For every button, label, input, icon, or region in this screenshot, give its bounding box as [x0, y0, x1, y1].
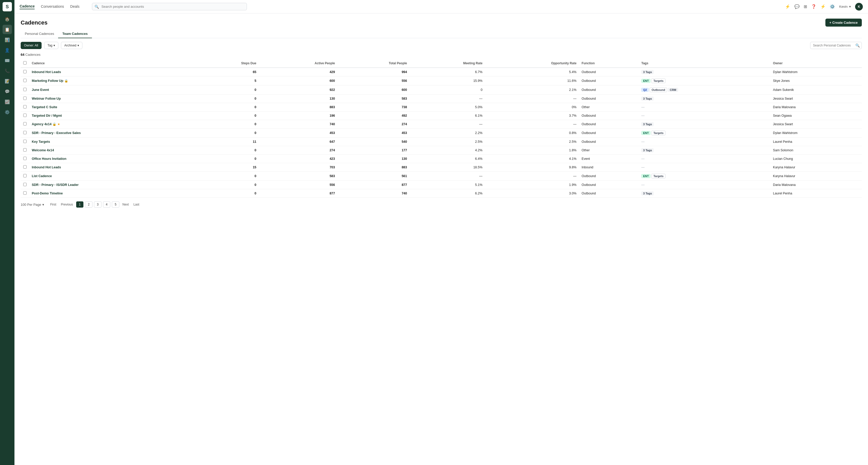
- cadence-name[interactable]: Inbound Hot Leads: [32, 165, 61, 169]
- meeting-rate-cell: 6.7%: [410, 68, 485, 76]
- tags-cell: ENTTargets: [639, 172, 770, 181]
- cadence-name[interactable]: June Event: [32, 88, 49, 92]
- meeting-rate-cell: 2.2%: [410, 129, 485, 137]
- steps-due-cell: 11: [196, 137, 259, 146]
- sidebar-icon-settings[interactable]: ⚙️: [3, 107, 12, 117]
- opportunity-rate-cell: 4.1%: [485, 155, 579, 163]
- sidebar-icon-mail[interactable]: ✉️: [3, 56, 12, 65]
- sidebar: S 🏠 📋 📊 👤 ✉️ 📞 📝 💬 📈 ⚙️: [0, 0, 14, 465]
- cadence-name[interactable]: Key Targets: [32, 140, 50, 144]
- nav-deals[interactable]: Deals: [70, 4, 80, 9]
- tag-chevron-icon: ▾: [54, 43, 55, 47]
- row-checkbox-9[interactable]: [23, 148, 27, 152]
- page-3-button[interactable]: 3: [94, 202, 101, 208]
- row-checkbox-4[interactable]: [23, 105, 27, 108]
- first-page-link[interactable]: First: [49, 202, 58, 207]
- nav-cadence[interactable]: Cadence: [20, 4, 35, 9]
- tab-personal-cadences[interactable]: Personal Cadences: [21, 30, 58, 38]
- cadence-name[interactable]: Targeted C Suite: [32, 105, 57, 109]
- row-checkbox-6[interactable]: [23, 122, 27, 125]
- sidebar-icon-people[interactable]: 👤: [3, 45, 12, 55]
- page-2-button[interactable]: 2: [85, 202, 92, 208]
- tag-badge: 3 Tags: [641, 148, 654, 152]
- row-checkbox-14[interactable]: [23, 191, 27, 195]
- cadence-name[interactable]: Post-Demo Timeline: [32, 192, 63, 195]
- sidebar-icon-reports[interactable]: 📈: [3, 97, 12, 106]
- cadence-name[interactable]: Welcome 4x14: [32, 149, 54, 152]
- function-cell: Outbound: [579, 68, 639, 76]
- page-1-button[interactable]: 1: [76, 202, 84, 208]
- user-menu[interactable]: Kevin ▾: [839, 5, 851, 8]
- sidebar-icon-tasks[interactable]: 📝: [3, 76, 12, 86]
- sidebar-icon-chart[interactable]: 📊: [3, 35, 12, 44]
- nav-settings-icon[interactable]: ⚙️: [830, 4, 835, 9]
- cadence-count-label: Cadences: [25, 53, 40, 57]
- nav-chat-icon[interactable]: 💬: [795, 4, 800, 9]
- row-checkbox-12[interactable]: [23, 174, 27, 177]
- th-cadence: Cadence: [29, 59, 196, 68]
- nav-activity-icon[interactable]: ⚡: [785, 4, 790, 9]
- cadence-name[interactable]: SDR - Primary - Executive Sales: [32, 131, 81, 135]
- function-cell: Outbound: [579, 137, 639, 146]
- global-search-wrap: 🔍: [92, 3, 247, 10]
- table-row: Agency 4x14🔒★0740274——Outbound3 TagsJess…: [21, 120, 862, 129]
- nav-help-icon[interactable]: ❓: [811, 4, 816, 9]
- cadence-name[interactable]: Marketing Follow Up: [32, 79, 63, 83]
- tab-team-cadences[interactable]: Team Cadences: [58, 30, 92, 38]
- row-checkbox-5[interactable]: [23, 114, 27, 117]
- row-checkbox-3[interactable]: [23, 97, 27, 100]
- tag-badge: ENT: [641, 79, 651, 83]
- global-search-input[interactable]: [92, 3, 247, 10]
- meeting-rate-cell: 15.9%: [410, 76, 485, 86]
- nav-conversations[interactable]: Conversations: [41, 4, 64, 9]
- archived-filter-button[interactable]: Archived ▾: [61, 42, 82, 49]
- tag-filter-button[interactable]: Tag ▾: [44, 42, 58, 49]
- page-title: Cadences: [21, 19, 48, 26]
- row-checkbox-1[interactable]: [23, 79, 27, 82]
- search-icon: 🔍: [95, 5, 99, 9]
- function-cell: Other: [579, 146, 639, 155]
- cadence-name[interactable]: Office Hours Invitation: [32, 157, 66, 161]
- th-opportunity-rate: Opportunity Rate: [485, 59, 579, 68]
- row-checkbox-0[interactable]: [23, 70, 27, 73]
- cadence-name[interactable]: List Cadence: [32, 174, 52, 178]
- cadence-name[interactable]: Inbound Hot Leads: [32, 70, 61, 74]
- cadence-name[interactable]: SDR - Primary - IS/SDR Leader: [32, 183, 79, 187]
- cadence-search-input[interactable]: [810, 42, 862, 49]
- owner-cell: Skye Jones: [770, 76, 862, 86]
- last-page-link[interactable]: Last: [132, 202, 141, 207]
- row-checkbox-7[interactable]: [23, 131, 27, 134]
- table-row: SDR - Primary - IS/SDR Leader05568775.1%…: [21, 181, 862, 189]
- next-page-link[interactable]: Next: [121, 202, 130, 207]
- cadence-name[interactable]: Agency 4x14: [32, 122, 52, 126]
- avatar[interactable]: K: [855, 3, 863, 10]
- tag-badge: Targets: [651, 131, 665, 135]
- row-checkbox-2[interactable]: [23, 88, 27, 91]
- nav-grid-icon[interactable]: ⊞: [804, 4, 807, 9]
- sidebar-icon-quotes[interactable]: 💬: [3, 87, 12, 96]
- previous-page-link[interactable]: Previous: [59, 202, 75, 207]
- tag-badge: 3 Tags: [641, 122, 654, 126]
- sidebar-icon-cadence[interactable]: 📋: [3, 25, 12, 34]
- row-checkbox-13[interactable]: [23, 183, 27, 186]
- row-checkbox-10[interactable]: [23, 157, 27, 160]
- app-logo: S: [3, 2, 12, 11]
- cadence-name[interactable]: Targeted Dir / Mgmt: [32, 114, 62, 118]
- nav-lightning-icon[interactable]: ⚡: [820, 4, 826, 9]
- row-checkbox-8[interactable]: [23, 140, 27, 143]
- per-page-selector[interactable]: 100 Per Page ▾: [21, 203, 44, 207]
- cadence-name[interactable]: Webinar Follow Up: [32, 97, 61, 100]
- sidebar-icon-phone[interactable]: 📞: [3, 66, 12, 75]
- page-4-button[interactable]: 4: [103, 202, 111, 208]
- function-cell: Outbound: [579, 76, 639, 86]
- create-cadence-button[interactable]: + Create Cadence: [826, 19, 862, 27]
- page-5-button[interactable]: 5: [112, 202, 119, 208]
- table-row: June Event092260002.1%OutboundQ2Outbound…: [21, 86, 862, 94]
- row-checkbox-11[interactable]: [23, 165, 27, 168]
- sidebar-icon-home[interactable]: 🏠: [3, 14, 12, 24]
- owner-filter-button[interactable]: Owner: All: [21, 42, 41, 49]
- total-people-cell: 740: [338, 189, 410, 198]
- opportunity-rate-cell: 1.8%: [485, 146, 579, 155]
- select-all-checkbox[interactable]: [23, 61, 27, 65]
- steps-due-cell: 0: [196, 181, 259, 189]
